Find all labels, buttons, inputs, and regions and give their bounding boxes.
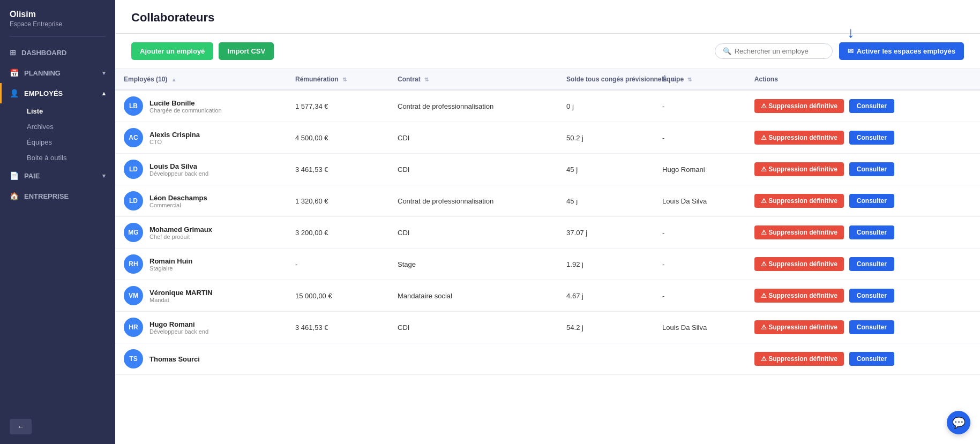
- remuneration-cell: 3 461,53 €: [287, 154, 389, 185]
- sidebar-item-label: ENTREPRISE: [24, 192, 69, 200]
- contrat-cell: Contrat de professionnalisation: [389, 90, 558, 122]
- avatar: LB: [124, 96, 143, 116]
- brand: Olisim Espace Entreprise: [0, 0, 115, 33]
- sidebar-sub-boite[interactable]: Boite à outils: [21, 150, 115, 165]
- paie-icon: 📄: [10, 171, 19, 180]
- employee-name: Hugo Romani: [149, 320, 208, 328]
- employee-info: LD Léon Deschamps Commercial: [124, 191, 278, 210]
- employee-info: VM Véronique MARTIN Mandat: [124, 286, 278, 305]
- delete-button[interactable]: ⚠ Suppression définitive: [754, 162, 844, 176]
- consult-button[interactable]: Consulter: [849, 289, 894, 303]
- sidebar-item-label: PAIE: [24, 172, 40, 180]
- table-row: MG Mohamed Grimaux Chef de produit 3 200…: [115, 217, 980, 249]
- sidebar-item-dashboard[interactable]: ⊞ DASHBOARD: [0, 42, 115, 63]
- contrat-cell: CDI: [389, 217, 558, 249]
- actions-cell: ⚠ Suppression définitive Consulter: [746, 90, 980, 122]
- avatar: LD: [124, 191, 143, 210]
- brand-sub: Espace Entreprise: [10, 20, 106, 28]
- remuneration-cell: 15 000,00 €: [287, 280, 389, 312]
- consult-button[interactable]: Consulter: [849, 194, 894, 208]
- import-csv-button[interactable]: Import CSV: [219, 42, 274, 60]
- employee-cell: MG Mohamed Grimaux Chef de produit: [115, 217, 287, 249]
- actions-cell: ⚠ Suppression définitive Consulter: [746, 185, 980, 217]
- equipe-cell: -: [654, 90, 746, 122]
- table-row: RH Romain Huin Stagiaire -Stage1.92 j- ⚠…: [115, 249, 980, 280]
- consult-button[interactable]: Consulter: [849, 320, 894, 334]
- employee-name: Louis Da Silva: [149, 162, 208, 170]
- equipe-cell: -: [654, 280, 746, 312]
- employes-icon: 👤: [10, 89, 19, 97]
- sidebar-sub-liste[interactable]: Liste: [21, 103, 115, 119]
- delete-button[interactable]: ⚠ Suppression définitive: [754, 225, 844, 239]
- employee-role: Stagiaire: [149, 265, 192, 272]
- employee-role: Chargée de communication: [149, 107, 222, 114]
- delete-button[interactable]: ⚠ Suppression définitive: [754, 131, 844, 145]
- col-remuneration: Rémunération ⇅: [287, 69, 389, 90]
- contrat-cell: CDI: [389, 122, 558, 154]
- remuneration-cell: [287, 343, 389, 375]
- add-employee-button[interactable]: Ajouter un employé: [131, 42, 213, 60]
- solde-cell: 4.67 j: [558, 280, 654, 312]
- table-row: LD Léon Deschamps Commercial 1 320,60 €C…: [115, 185, 980, 217]
- consult-button[interactable]: Consulter: [849, 257, 894, 271]
- consult-button[interactable]: Consulter: [849, 99, 894, 113]
- col-solde: Solde tous congés prévisionnels ⇅: [558, 69, 654, 90]
- sidebar-sub-employes: Liste Archives Équipes Boite à outils: [0, 103, 115, 165]
- employee-cell: LB Lucile Bonille Chargée de communicati…: [115, 90, 287, 122]
- employee-name: Véronique MARTIN: [149, 289, 213, 297]
- sort-icon: ⇅: [342, 77, 347, 82]
- sidebar-divider: [10, 36, 106, 37]
- employee-name: Lucile Bonille: [149, 99, 222, 107]
- table-row: TS Thomas Sourci ⚠ Suppression définitiv…: [115, 343, 980, 375]
- delete-button[interactable]: ⚠ Suppression définitive: [754, 352, 844, 366]
- employee-role: Mandat: [149, 297, 213, 303]
- actions-cell: ⚠ Suppression définitive Consulter: [746, 249, 980, 280]
- solde-cell: 45 j: [558, 154, 654, 185]
- avatar: RH: [124, 254, 143, 274]
- table-row: LB Lucile Bonille Chargée de communicati…: [115, 90, 980, 122]
- avatar: AC: [124, 128, 143, 147]
- equipe-cell: Louis Da Silva: [654, 185, 746, 217]
- sidebar-sub-archives[interactable]: Archives: [21, 119, 115, 134]
- col-contrat: Contrat ⇅: [389, 69, 558, 90]
- solde-cell: 54.2 j: [558, 312, 654, 343]
- brand-name: Olisim: [10, 10, 106, 19]
- remuneration-cell: 1 577,34 €: [287, 90, 389, 122]
- delete-button[interactable]: ⚠ Suppression définitive: [754, 194, 844, 208]
- search-input[interactable]: [735, 47, 825, 55]
- chevron-down-icon: ▾: [102, 70, 106, 77]
- consult-button[interactable]: Consulter: [849, 225, 894, 239]
- consult-button[interactable]: Consulter: [849, 162, 894, 176]
- col-equipe: Équipe ⇅: [654, 69, 746, 90]
- table-header: Employés (10) ▲ Rémunération ⇅ Contrat ⇅…: [115, 69, 980, 90]
- sidebar-sub-equipes[interactable]: Équipes: [21, 134, 115, 150]
- equipe-cell: [654, 343, 746, 375]
- employee-info: TS Thomas Sourci: [124, 349, 278, 368]
- search-container: 🔍: [715, 43, 833, 59]
- consult-button[interactable]: Consulter: [849, 352, 894, 366]
- sidebar-collapse-button[interactable]: ←: [10, 419, 32, 434]
- employee-info: AC Alexis Crispina CTO: [124, 128, 278, 147]
- sidebar-item-employes[interactable]: 👤 EMPLOYÉS ▴: [0, 83, 115, 103]
- sidebar-item-entreprise[interactable]: 🏠 ENTREPRISE: [0, 186, 115, 206]
- dashboard-icon: ⊞: [10, 48, 16, 57]
- sidebar-item-paie[interactable]: 📄 PAIE ▾: [0, 165, 115, 186]
- activate-spaces-button[interactable]: ✉ Activer les espaces employés: [839, 42, 964, 60]
- consult-button[interactable]: Consulter: [849, 131, 894, 145]
- col-employes: Employés (10) ▲: [115, 69, 287, 90]
- chat-bubble[interactable]: 💬: [947, 411, 970, 434]
- equipe-cell: Louis Da Silva: [654, 312, 746, 343]
- delete-button[interactable]: ⚠ Suppression définitive: [754, 289, 844, 303]
- contrat-cell: Mandataire social: [389, 280, 558, 312]
- delete-button[interactable]: ⚠ Suppression définitive: [754, 320, 844, 334]
- delete-button[interactable]: ⚠ Suppression définitive: [754, 99, 844, 113]
- avatar: VM: [124, 286, 143, 305]
- solde-cell: 37.07 j: [558, 217, 654, 249]
- search-icon: 🔍: [723, 47, 731, 55]
- contrat-cell: [389, 343, 558, 375]
- table-row: HR Hugo Romani Développeur back end 3 46…: [115, 312, 980, 343]
- delete-button[interactable]: ⚠ Suppression définitive: [754, 257, 844, 271]
- equipe-cell: -: [654, 217, 746, 249]
- chevron-down-icon: ▾: [102, 172, 106, 179]
- sidebar-item-planning[interactable]: 📅 PLANNING ▾: [0, 63, 115, 83]
